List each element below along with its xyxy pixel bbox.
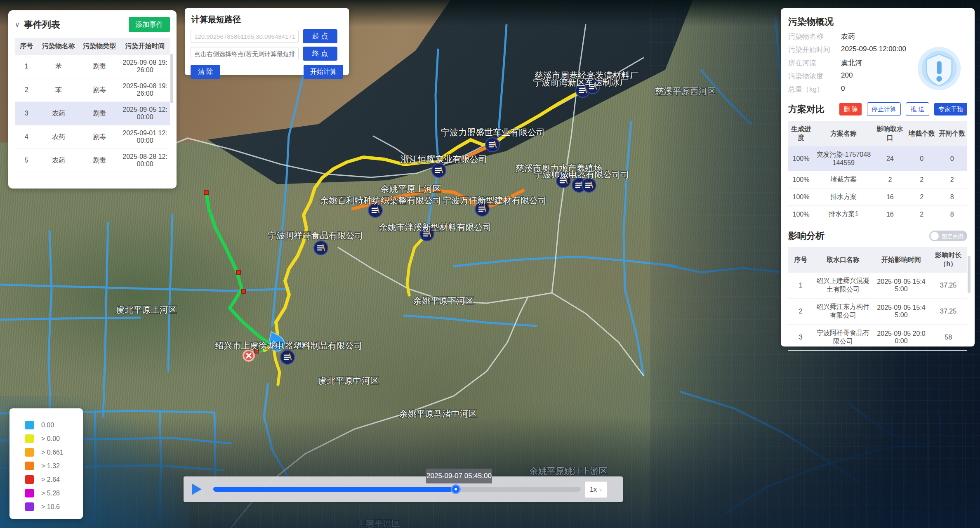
field-label: 污染物浓度 (788, 71, 841, 81)
table-row[interactable]: 2 苯 剧毒 2025-09-08 19:26:00 (15, 78, 170, 102)
cell: 2025-09-05 15:45:00 (873, 299, 929, 325)
field-label: 总量（kg） (788, 85, 841, 94)
table-row[interactable]: 3 宁波阿祥哥食品有限公司 2025-09-05 20:00:00 58 (788, 325, 967, 351)
map-label: 余姚平原上河区 (381, 184, 441, 193)
push-button[interactable]: 推 送 (906, 102, 929, 116)
table-row[interactable]: 100% 排水方案1 16 2 8 (788, 206, 967, 223)
cell: 2025-09-05 15:45:00 (873, 273, 929, 299)
field-value: 200 (841, 71, 853, 81)
concentration-legend: 0.00 > 0.00 > 0.661 > 1.32 > 2.64 > 5.28… (9, 408, 83, 519)
cell: 58 (929, 325, 967, 351)
cell: 4 (15, 125, 38, 149)
toggle-knob (931, 232, 939, 240)
map-label: 余姚百利特种纺织染整有限公司 (320, 196, 441, 205)
cell: 2025-09-05 20:00:00 (873, 325, 929, 351)
table-row[interactable]: 1 苯 剧毒 2025-09-08 19:26:00 (15, 55, 170, 78)
add-event-button[interactable]: 添加事件 (129, 17, 170, 32)
cell: 100% (788, 206, 814, 223)
legend-label: > 5.28 (41, 490, 60, 497)
table-row-selected[interactable]: 3 农药 剧毒 2025-09-05 12:00:00 (15, 102, 170, 125)
cell: 2 (937, 171, 967, 189)
table-row[interactable]: 100% 排水方案 16 2 8 (788, 189, 967, 206)
field-label: 所在河流 (788, 58, 841, 68)
end-point-input[interactable] (191, 47, 299, 60)
chevron-down-icon: ∨ (599, 487, 602, 493)
expert-intervene-button[interactable]: 专家干预 (934, 103, 967, 116)
play-button[interactable] (192, 483, 202, 495)
table-row[interactable]: 1 绍兴上建舜兴混凝土有限公司 2025-09-05 15:45:00 37.2… (788, 273, 967, 299)
table-row[interactable]: 2 绍兴舜江东方构件有限公司 2025-09-05 15:45:00 37.25 (788, 299, 967, 325)
cell: 剧毒 (79, 55, 120, 78)
speed-value: 1x (590, 486, 597, 493)
legend-item: > 5.28 (25, 486, 83, 500)
legend-swatch (25, 448, 34, 457)
col-header: 污染物名称 (38, 38, 79, 55)
plan-compare-title: 方案对比 (788, 103, 825, 116)
cell: 剧毒 (79, 102, 120, 125)
field-value: 0 (841, 85, 845, 94)
layer-toggle[interactable]: 图层关闭 (929, 231, 967, 241)
playback-speed-select[interactable]: 1x ∨ (585, 481, 607, 498)
scrollbar[interactable] (170, 54, 173, 103)
cell: 2 (788, 299, 813, 325)
legend-swatch (25, 502, 34, 511)
col-header: 污染物类型 (79, 38, 120, 55)
cell: 2025-08-28 12:00:00 (120, 149, 170, 172)
timeline-track[interactable] (213, 487, 581, 492)
collapse-chevron-icon[interactable]: ∨ (15, 21, 20, 28)
legend-item: > 2.64 (25, 473, 83, 486)
cell: 1 (15, 55, 38, 78)
table-row[interactable]: 4 农药 剧毒 2025-09-01 12:00:00 (15, 125, 170, 149)
cell: 3 (788, 325, 813, 351)
cell: 剧毒 (79, 78, 120, 102)
col-header: 污染开始时间 (120, 38, 170, 55)
cell: 2025-09-01 12:00:00 (120, 125, 170, 149)
legend-label: > 10.6 (41, 503, 60, 511)
timeline-handle[interactable] (451, 484, 461, 494)
path-panel-title: 计算最短路径 (191, 14, 343, 25)
table-row-selected[interactable]: 100% 突发污染-1757048144559 24 0 0 (788, 146, 967, 171)
sluice-gate-markers[interactable] (280, 80, 600, 364)
field-label: 污染开始时间 (788, 45, 841, 54)
field-label: 污染物名称 (788, 32, 841, 41)
pollutant-overview-title: 污染物概况 (788, 16, 967, 28)
legend-label: > 1.32 (41, 462, 60, 470)
clear-button[interactable]: 清 除 (191, 65, 220, 79)
legend-swatch (25, 434, 34, 443)
cell: 100% (788, 146, 814, 171)
cell: 排水方案 (814, 189, 874, 206)
cell: 0 (907, 146, 937, 171)
col-header: 生成进度 (788, 121, 814, 146)
map-label: 绍兴市上虞徐龙电器塑料制品有限公司 (215, 341, 363, 350)
cell: 24 (874, 146, 907, 171)
legend-item: > 1.32 (25, 459, 83, 473)
toggle-label: 图层关闭 (942, 233, 963, 240)
scrollbar[interactable] (968, 256, 971, 293)
table-row[interactable]: 5 农药 剧毒 2025-08-28 12:00:00 (15, 149, 170, 172)
impact-analysis-title: 影响分析 (788, 230, 825, 242)
start-point-button[interactable]: 起 点 (303, 29, 337, 43)
breakpoint-markers[interactable] (204, 191, 277, 353)
cell: 3 (15, 102, 38, 125)
cell: 2025-09-05 12:00:00 (120, 102, 170, 125)
stop-calc-button[interactable]: 停止计算 (867, 102, 901, 116)
field-value: 2025-09-05 12:00:00 (841, 45, 906, 54)
table-row[interactable]: 100% 堵截方案 2 2 2 (788, 171, 967, 189)
col-header: 序号 (788, 247, 813, 273)
end-point-button[interactable]: 终 点 (303, 47, 337, 61)
cell: 农药 (38, 125, 79, 149)
cell: 2 (874, 171, 907, 189)
cell: 苯 (38, 78, 79, 102)
col-header: 开始影响时间 (873, 247, 929, 273)
start-point-input[interactable] (191, 30, 299, 43)
cell: 排水方案1 (814, 206, 874, 223)
closed-gate-x-marker[interactable] (243, 350, 254, 361)
delete-button[interactable]: 删 除 (839, 103, 862, 116)
plan-compare-table: 生成进度 方案名称 影响取水口 堵截个数 开闸个数 100% 突发污染-1757… (788, 121, 967, 223)
map-label: 宁波帅威电器有限公司司 (534, 170, 629, 179)
map-label: 宁波万仟新型建材有限公司 (443, 196, 547, 205)
start-calc-button[interactable]: 开始计算 (304, 65, 343, 79)
map-label: 宁波阿祥哥食品有限公司 (268, 231, 363, 240)
cell: 农药 (38, 102, 79, 125)
cell: 2 (15, 78, 38, 102)
